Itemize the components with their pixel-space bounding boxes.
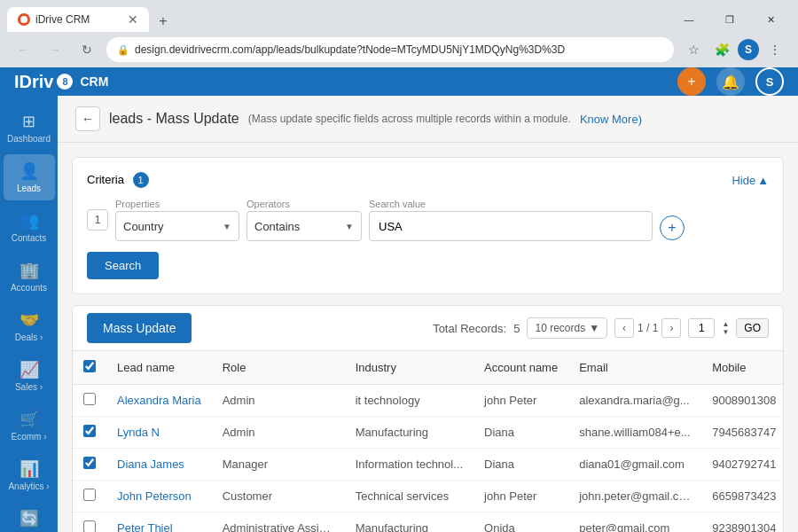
row-checkbox-cell bbox=[73, 449, 106, 481]
operators-select[interactable]: Contains Equals Starts with Ends with ▼ bbox=[246, 211, 362, 241]
logo-8: 8 bbox=[57, 74, 73, 90]
restore-button[interactable]: ❐ bbox=[709, 7, 750, 32]
lead-name-link[interactable]: Peter Thiel bbox=[117, 521, 173, 532]
extension-icon[interactable]: 🧩 bbox=[709, 37, 734, 62]
hide-button[interactable]: Hide ▲ bbox=[732, 174, 769, 187]
sidebar-item-contacts[interactable]: 👥 Contacts bbox=[4, 204, 55, 250]
sidebar-item-label: Contacts bbox=[12, 233, 46, 243]
content-area: Criteria 1 Hide ▲ 1 Properties bbox=[58, 143, 798, 532]
lead-name-link[interactable]: John Peterson bbox=[117, 489, 192, 503]
row-checkbox[interactable] bbox=[83, 425, 96, 437]
operators-dropdown[interactable]: Contains Equals Starts with Ends with bbox=[254, 220, 326, 233]
row-checkbox-cell bbox=[73, 512, 106, 533]
pagination-nav: ‹ 1 / 1 › bbox=[614, 318, 681, 338]
table-info: Total Records: 5 10 records ▼ ‹ 1 / 1 › bbox=[433, 317, 769, 339]
add-button[interactable]: + bbox=[677, 67, 706, 96]
tab-close-icon[interactable]: ✕ bbox=[128, 13, 138, 26]
mass-update-button[interactable]: Mass Update bbox=[87, 313, 192, 343]
app-header: IDriv8CRM + 🔔 S bbox=[0, 67, 798, 96]
sidebar-item-ecommerce[interactable]: 🛒 Ecomm › bbox=[4, 403, 55, 449]
dashboard-icon: ⊞ bbox=[22, 112, 35, 131]
row-checkbox[interactable] bbox=[83, 393, 96, 405]
know-more-link[interactable]: Know More) bbox=[580, 113, 642, 126]
row-number: 1 bbox=[87, 209, 108, 231]
operators-label: Operators bbox=[246, 199, 362, 209]
page-info: 1 / 1 bbox=[638, 322, 658, 334]
row-industry: Information technol... bbox=[345, 449, 473, 481]
back-button[interactable]: ← bbox=[75, 106, 100, 131]
bookmark-icon[interactable]: ☆ bbox=[681, 37, 706, 62]
records-per-page-value: 10 records bbox=[535, 322, 585, 334]
search-value-field[interactable] bbox=[369, 211, 653, 241]
page-number-input[interactable] bbox=[688, 318, 715, 338]
properties-select[interactable]: Country Name Email Phone Role ▼ bbox=[115, 211, 239, 241]
row-account-name: Diana bbox=[473, 449, 568, 481]
row-role: Admin bbox=[212, 385, 345, 417]
sidebar-item-dashboard[interactable]: ⊞ Dashboard bbox=[4, 105, 55, 151]
table-section: Mass Update Total Records: 5 10 records … bbox=[72, 305, 784, 532]
reload-nav-button[interactable]: ↻ bbox=[74, 37, 99, 62]
profile-icon[interactable]: S bbox=[738, 39, 759, 60]
th-role: Role bbox=[212, 351, 345, 385]
row-lead-name: Alexandra Maria bbox=[106, 385, 212, 417]
row-checkbox-cell bbox=[73, 385, 106, 417]
search-button[interactable]: Search bbox=[87, 252, 159, 279]
row-email: peter@gmail.com bbox=[568, 512, 701, 533]
minimize-button[interactable]: — bbox=[669, 7, 709, 32]
browser-tab[interactable]: iDrive CRM ✕ bbox=[7, 7, 149, 32]
sidebar-item-label: Sales › bbox=[15, 382, 43, 392]
sidebar-item-deals[interactable]: 🤝 Deals › bbox=[4, 303, 55, 349]
criteria-badge: 1 bbox=[133, 172, 149, 188]
properties-label: Properties bbox=[115, 199, 239, 209]
page-subtitle: (Mass update specific fields across mult… bbox=[248, 113, 571, 125]
main-content: ← leads - Mass Update (Mass update speci… bbox=[58, 96, 798, 532]
criteria-row-1: 1 Properties Country Name Email Phone Ro… bbox=[87, 199, 769, 241]
sidebar-item-sales[interactable]: 📈 Sales › bbox=[4, 353, 55, 399]
row-role: Manager bbox=[212, 449, 345, 481]
lead-name-link[interactable]: Diana James bbox=[117, 458, 184, 471]
sidebar-item-data-migration[interactable]: 🔄 Data Migration bbox=[4, 502, 55, 532]
th-industry: Industry bbox=[345, 351, 473, 385]
row-checkbox-cell bbox=[73, 417, 106, 449]
search-value-input[interactable] bbox=[369, 211, 653, 241]
select-all-checkbox[interactable] bbox=[83, 360, 96, 372]
row-checkbox[interactable] bbox=[83, 489, 96, 501]
sidebar-item-leads[interactable]: 👤 Leads bbox=[4, 154, 55, 200]
properties-dropdown[interactable]: Country Name Email Phone Role bbox=[123, 220, 182, 233]
row-account-name: Diana bbox=[473, 417, 568, 449]
sidebar-item-accounts[interactable]: 🏢 Accounts bbox=[4, 254, 55, 300]
lead-name-link[interactable]: Alexandra Maria bbox=[117, 394, 201, 407]
row-role: Administrative Assist... bbox=[212, 512, 345, 533]
add-criteria-button[interactable]: + bbox=[660, 215, 685, 240]
sidebar-item-analytics[interactable]: 📊 Analytics › bbox=[4, 452, 55, 498]
criteria-title: Criteria 1 bbox=[87, 172, 149, 188]
records-per-page-select[interactable]: 10 records ▼ bbox=[527, 317, 607, 339]
row-checkbox[interactable] bbox=[83, 520, 96, 532]
lead-name-link[interactable]: Lynda N bbox=[117, 426, 160, 439]
prev-page-button[interactable]: ‹ bbox=[614, 318, 634, 338]
go-button[interactable]: GO bbox=[736, 318, 769, 338]
contacts-icon: 👥 bbox=[20, 211, 39, 231]
bell-button[interactable]: 🔔 bbox=[716, 67, 745, 96]
th-email: Email bbox=[568, 351, 701, 385]
url-bar[interactable]: 🔒 design.devidrivecrm.com/app/leads/bulk… bbox=[106, 37, 674, 62]
forward-nav-button[interactable]: → bbox=[43, 37, 67, 62]
row-email: shane.william084+e... bbox=[568, 417, 701, 449]
table-row: Lynda N Admin Manufacturing Diana shane.… bbox=[73, 417, 784, 449]
next-page-button[interactable]: › bbox=[661, 318, 681, 338]
menu-icon[interactable]: ⋮ bbox=[763, 37, 787, 62]
criteria-panel: Criteria 1 Hide ▲ 1 Properties bbox=[72, 157, 784, 294]
data-migration-icon: 🔄 bbox=[20, 509, 39, 528]
row-email: alexandra.maria@g... bbox=[568, 385, 701, 417]
avatar-button[interactable]: S bbox=[755, 67, 784, 96]
row-account-name: john Peter bbox=[473, 385, 568, 417]
new-tab-button[interactable]: + bbox=[153, 11, 174, 32]
search-value-label: Search value bbox=[369, 199, 653, 209]
row-checkbox[interactable] bbox=[83, 457, 96, 469]
close-button[interactable]: ✕ bbox=[750, 7, 791, 32]
sidebar-item-label: Dashboard bbox=[7, 134, 51, 144]
page-down-icon[interactable]: ▼ bbox=[722, 329, 729, 336]
page-up-icon[interactable]: ▲ bbox=[722, 321, 729, 328]
back-nav-button[interactable]: ← bbox=[11, 37, 35, 62]
sidebar: ⊞ Dashboard 👤 Leads 👥 Contacts 🏢 Account… bbox=[0, 96, 58, 532]
